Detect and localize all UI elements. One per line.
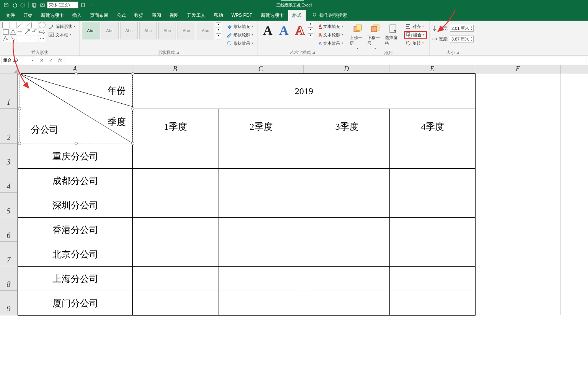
col-header-c[interactable]: C [218,65,304,73]
cell[interactable] [390,169,476,193]
tab-new[interactable]: 新建选项卡 [37,10,68,21]
shape-effects-button[interactable]: 形状效果▾ [225,39,255,47]
shape-gallery[interactable]: ⋯ [2,22,46,42]
col-header-a[interactable]: A [18,65,132,73]
cell[interactable] [218,267,304,291]
style-thumb-3[interactable]: Abc [120,22,138,39]
save-icon[interactable] [2,1,10,9]
cell[interactable] [304,169,390,193]
bring-forward-button[interactable]: 上移一层 ▾ [350,22,366,50]
cell-year[interactable]: 2019 [133,74,476,109]
cell[interactable] [133,267,218,291]
qat-customize-dropdown[interactable]: ▾ [88,1,95,9]
row-header-9[interactable]: 9 [0,291,18,315]
tab-file[interactable]: 文件 [2,10,19,21]
cell-branch[interactable]: 北京分公司 [18,242,133,267]
row-header-6[interactable]: 6 [0,217,18,242]
tab-new2[interactable]: 新建选项卡 [257,10,288,21]
cell[interactable] [133,144,218,169]
cell[interactable] [133,169,218,193]
row-header-8[interactable]: 8 [0,266,18,291]
tab-dev[interactable]: 开发工具 [183,10,210,21]
cell[interactable] [304,218,390,242]
width-input[interactable]: 3.87 厘米 ▴▾ [450,36,474,42]
row-header-1[interactable]: 1 [0,73,18,109]
cell[interactable] [218,218,304,242]
cell-q2[interactable]: 2季度 [218,109,304,144]
col-header-f[interactable]: F [475,65,561,73]
undo-icon[interactable] [11,1,18,9]
tab-wps[interactable]: WPS PDF [227,10,257,21]
cell-branch[interactable]: 成都分公司 [18,169,133,193]
text-box-button[interactable]: A 文本框▾ [47,31,77,39]
redo-icon[interactable] [19,1,27,9]
cell[interactable] [304,193,390,218]
col-header-d[interactable]: D [304,65,389,73]
col-header-e[interactable]: E [389,65,475,73]
cell[interactable] [218,242,304,267]
cell[interactable] [304,267,390,291]
cell[interactable] [304,291,390,316]
cell-branch[interactable]: 香港分公司 [18,218,133,242]
formula-input[interactable] [65,57,586,64]
fx-icon[interactable]: fx [55,56,65,65]
paste-icon[interactable] [79,1,87,9]
qat-font-name[interactable]: 宋体 (正文) [47,2,78,8]
cell[interactable] [390,193,476,218]
dialog-launcher-icon[interactable]: ◢ [176,50,179,54]
cell[interactable] [133,193,218,218]
tab-layout[interactable]: 页面布局 [86,10,112,21]
text-effects-button[interactable]: A 文本效果▾ [317,39,345,47]
cell[interactable] [304,242,390,267]
tab-home[interactable]: 开始 [19,10,37,21]
cell[interactable] [304,144,390,169]
cell-branch[interactable]: 上海分公司 [18,267,133,291]
cell-grid[interactable]: 2019 1季度 2季度 3季度 4季度 重庆分公司 成都分公司 深圳分公司 香… [18,73,476,316]
row-header-5[interactable]: 5 [0,193,18,217]
align-button[interactable]: 对齐▾ [404,23,427,30]
style-thumb-4[interactable]: Abc [139,22,157,39]
gallery-spinner[interactable]: ▴▾▾ [216,22,221,39]
rotate-button[interactable]: 旋转▾ [404,39,427,47]
name-box[interactable]: 组合 18 ▾ [2,57,35,64]
row-header-4[interactable]: 4 [0,168,18,193]
tab-help[interactable]: 帮助 [210,10,227,21]
shape-style-gallery[interactable]: Abc Abc Abc Abc Abc Abc Abc ▴▾▾ [82,22,221,39]
cell-branch[interactable]: 重庆分公司 [18,144,133,169]
row-header-3[interactable]: 3 [0,144,18,168]
tell-me-search[interactable]: 操作说明搜索 [306,10,347,21]
cell[interactable] [218,144,304,169]
text-outline-button[interactable]: A 文本轮廓▾ [317,31,345,39]
tab-data[interactable]: 数据 [130,10,148,21]
cell-branch[interactable]: 厦门分公司 [18,291,133,316]
copy-icon[interactable] [30,1,38,9]
shape-outline-button[interactable]: 形状轮廓▾ [225,31,255,39]
group-button[interactable]: 组合▾ [404,31,427,39]
dialog-launcher-icon[interactable]: ◢ [456,50,459,54]
col-header-b[interactable]: B [132,65,218,73]
wordart-preset-3[interactable]: A [292,23,308,39]
height-input[interactable]: 2.01 厘米 ▴▾ [450,25,474,32]
row-header-2[interactable]: 2 [0,109,18,144]
wordart-preset-1[interactable]: A [260,23,276,39]
camera-icon[interactable] [39,1,46,9]
cell[interactable] [133,218,218,242]
cancel-formula-icon[interactable]: ✕ [37,56,46,65]
wordart-spinner[interactable]: ▴▾▾ [308,22,313,39]
tab-review[interactable]: 审阅 [148,10,165,21]
cell[interactable] [133,242,218,267]
dialog-launcher-icon[interactable]: ◢ [312,50,315,54]
cell[interactable] [218,291,304,316]
tab-insert[interactable]: 插入 [68,10,86,21]
cell[interactable] [390,242,476,267]
cell[interactable] [218,169,304,193]
cell[interactable] [390,144,476,169]
edit-shape-button[interactable]: 编辑形状▾ [47,23,77,30]
style-thumb-7[interactable]: Abc [197,22,214,39]
selection-pane-button[interactable]: 选择窗格 [385,22,401,46]
cell-q1[interactable]: 1季度 [133,109,218,144]
cell[interactable] [390,267,476,291]
text-fill-button[interactable]: A 文本填充▾ [317,23,345,30]
style-thumb-5[interactable]: Abc [158,22,176,39]
cell[interactable] [390,291,476,316]
